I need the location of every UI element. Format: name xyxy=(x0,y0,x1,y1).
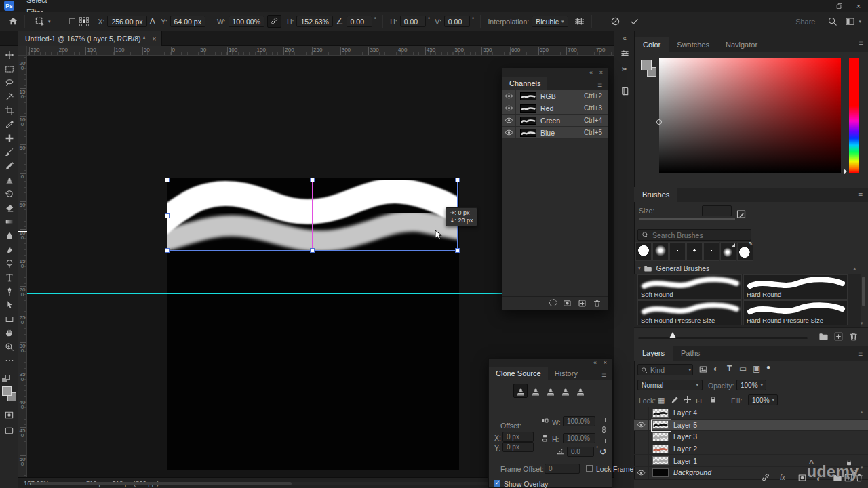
visibility-toggle-empty[interactable] xyxy=(634,455,649,466)
load-selection-icon[interactable] xyxy=(549,299,557,308)
transform-bounding-box[interactable] xyxy=(167,180,458,251)
recent-brush-hard-large[interactable] xyxy=(635,242,652,261)
layer-thumbnail[interactable] xyxy=(652,420,669,429)
libraries-panel-icon[interactable] xyxy=(614,83,635,99)
brush-group-row[interactable]: ▾ General Brushes ▴ xyxy=(634,263,861,274)
brush-item[interactable]: Soft Round xyxy=(637,274,742,300)
recent-brush-small-dot[interactable] xyxy=(686,242,703,261)
scroll-down-icon[interactable]: ▾ xyxy=(861,465,863,470)
tab-swatches[interactable]: Swatches xyxy=(669,37,717,52)
collapse-panel-icon[interactable]: « xyxy=(593,359,597,366)
clone-h-field[interactable]: 100.0% xyxy=(563,433,595,443)
filter-image-layers-icon[interactable] xyxy=(698,365,708,374)
close-tab-icon[interactable]: × xyxy=(153,35,157,43)
default-colors-icon[interactable] xyxy=(2,375,16,383)
saturation-brightness-field[interactable] xyxy=(659,58,841,173)
flip-horizontal-icon[interactable] xyxy=(540,416,549,425)
share-button[interactable]: Share xyxy=(795,18,815,26)
foreground-background-swatches[interactable] xyxy=(2,386,17,403)
clone-y-field[interactable]: 0 px xyxy=(502,442,534,452)
brush-tool[interactable] xyxy=(0,146,18,160)
layer-thumbnail[interactable] xyxy=(652,432,669,441)
history-brush-tool[interactable] xyxy=(0,187,18,201)
brush-list-scrollbar[interactable] xyxy=(862,277,865,306)
clone-source-slot-4[interactable] xyxy=(558,384,572,398)
brush-size-field[interactable] xyxy=(702,205,732,216)
panel-menu-icon[interactable]: ≡ xyxy=(859,38,863,47)
maintain-aspect-ratio-icon[interactable] xyxy=(267,15,281,28)
delete-brush-icon[interactable] xyxy=(848,331,859,342)
path-selection-tool[interactable] xyxy=(0,298,18,312)
cancel-transform-icon[interactable] xyxy=(608,15,623,28)
visibility-eye-icon[interactable] xyxy=(634,467,649,479)
smudge-tool[interactable] xyxy=(0,243,18,257)
skew-h-field[interactable]: 0.00 xyxy=(400,16,426,27)
lock-position-icon[interactable] xyxy=(683,395,692,404)
panel-menu-icon[interactable]: ≡ xyxy=(858,349,863,359)
interpolation-select[interactable]: Bicubic ▾ xyxy=(532,16,568,27)
channel-row-green[interactable]: GreenCtrl+4 xyxy=(502,115,608,127)
visibility-toggle-empty[interactable] xyxy=(634,407,649,419)
minimize-icon[interactable]: – xyxy=(811,0,830,12)
visibility-eye-icon[interactable] xyxy=(502,115,516,126)
lock-frame-checkbox[interactable] xyxy=(586,465,593,472)
restore-icon[interactable] xyxy=(830,0,849,12)
toggle-reference-point-checkbox[interactable] xyxy=(69,18,75,24)
new-brush-icon[interactable] xyxy=(833,331,844,342)
clone-stamp-tool[interactable] xyxy=(0,174,18,188)
transform-tool-button[interactable]: ▾ xyxy=(29,14,54,30)
tab-channels[interactable]: Channels xyxy=(502,77,547,90)
transform-handle-nw[interactable] xyxy=(165,178,170,182)
tab-layers[interactable]: Layers xyxy=(634,346,673,361)
brush-item[interactable]: Hard Round xyxy=(743,274,848,300)
filter-type-layers-icon[interactable]: T xyxy=(727,364,732,373)
transform-handle-sw[interactable] xyxy=(165,248,170,253)
brush-item[interactable]: Hard Round Pressure Size xyxy=(743,300,848,325)
quick-mask-icon[interactable] xyxy=(0,410,18,420)
transform-handle-ne[interactable] xyxy=(455,178,460,182)
visibility-eye-icon[interactable] xyxy=(502,90,516,102)
type-tool[interactable] xyxy=(0,270,18,285)
reset-transform-icon[interactable]: ↺ xyxy=(599,447,607,457)
clone-w-field[interactable]: 100.0% xyxy=(563,416,595,426)
layer-thumbnail[interactable] xyxy=(652,409,669,418)
zoom-tool[interactable] xyxy=(0,340,18,354)
pen-tool[interactable] xyxy=(0,285,18,299)
brush-size-slider[interactable] xyxy=(639,218,735,220)
document-tab[interactable]: Untitled-1 @ 167% (Layer 5, RGB/8) * × xyxy=(18,31,162,46)
screen-mode-icon[interactable] xyxy=(0,426,18,436)
tab-color[interactable]: Color xyxy=(635,37,669,52)
clone-source-slot-2[interactable] xyxy=(528,384,542,398)
height-field[interactable]: 152.63% xyxy=(296,16,332,27)
color-panel-swatches[interactable] xyxy=(641,60,658,80)
layer-effects-icon[interactable]: fx xyxy=(780,474,785,481)
foreground-color-swatch[interactable] xyxy=(2,386,12,396)
panel-menu-icon[interactable]: ≡ xyxy=(601,370,606,380)
tab-paths[interactable]: Paths xyxy=(673,346,708,361)
color-picker-ring[interactable] xyxy=(656,119,662,125)
hue-slider[interactable] xyxy=(849,58,859,173)
slider-thumb-icon[interactable] xyxy=(669,332,676,338)
scroll-up-icon[interactable]: ▴ xyxy=(861,409,863,415)
clone-source-slot-3[interactable] xyxy=(543,384,557,398)
filter-adjustment-layers-icon[interactable]: ◐ xyxy=(713,364,718,373)
panel-menu-icon[interactable]: ≡ xyxy=(858,190,863,200)
layer-filter-select[interactable]: Kind ▾ xyxy=(637,364,693,375)
horizontal-ruler[interactable]: 2502001501005005010015020025030035040045… xyxy=(27,46,614,56)
link-wh-icon[interactable] xyxy=(599,425,608,434)
vertical-ruler[interactable]: 2001501005005010015020025030035040045050… xyxy=(18,56,27,488)
layer-thumbnail[interactable] xyxy=(652,468,669,477)
visibility-eye-icon[interactable] xyxy=(502,127,516,138)
recent-brush-soft-large[interactable] xyxy=(652,242,669,261)
layer-row-layer-3[interactable]: Layer 3 xyxy=(634,431,868,443)
transform-handle-s[interactable] xyxy=(310,248,315,253)
filter-shape-layers-icon[interactable]: ▭ xyxy=(739,364,747,373)
blur-tool[interactable] xyxy=(0,229,18,243)
eyedropper-tool[interactable] xyxy=(0,118,18,132)
channel-row-rgb[interactable]: RGBCtrl+2 xyxy=(502,90,608,102)
delete-channel-icon[interactable] xyxy=(593,299,601,308)
recent-brush-soft-pressure[interactable] xyxy=(720,242,736,261)
layer-thumbnail[interactable] xyxy=(652,456,669,465)
visibility-eye-icon[interactable] xyxy=(502,102,516,114)
frame-offset-field[interactable]: 0 xyxy=(545,464,580,474)
